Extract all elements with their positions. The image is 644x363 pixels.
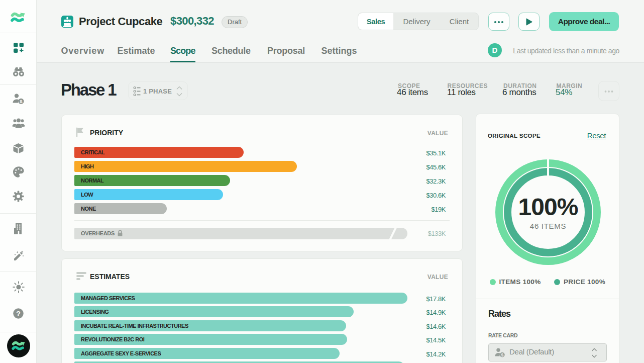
- svg-text:$: $: [501, 352, 503, 357]
- svg-text:?: ?: [16, 310, 21, 318]
- svg-text:$: $: [20, 99, 23, 104]
